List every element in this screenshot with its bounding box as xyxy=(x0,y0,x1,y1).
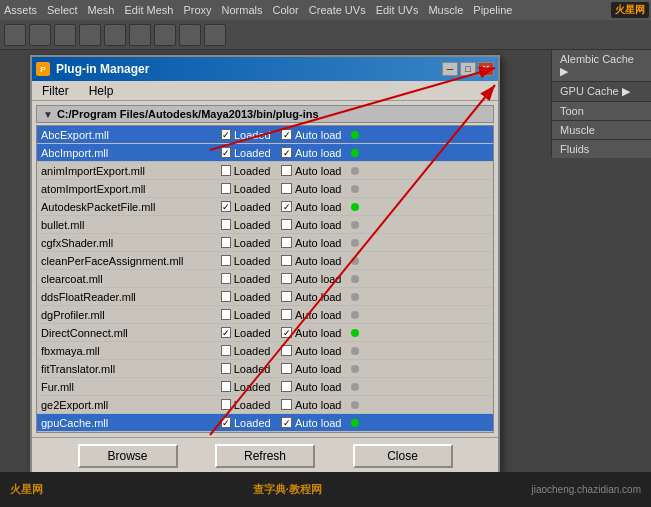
auto-load-checkbox[interactable] xyxy=(281,219,292,230)
menu-mesh[interactable]: Mesh xyxy=(88,4,115,16)
toolbar-btn-1[interactable] xyxy=(4,24,26,46)
menu-muscle[interactable]: Muscle xyxy=(428,4,463,16)
auto-load-cell: Auto load xyxy=(281,417,351,429)
dialog-titlebar: P Plug-in Manager ─ □ ✕ xyxy=(32,57,498,81)
menu-edit-uvs[interactable]: Edit UVs xyxy=(376,4,419,16)
auto-load-checkbox[interactable] xyxy=(281,417,292,428)
loaded-checkbox[interactable] xyxy=(221,255,231,266)
menu-assets[interactable]: Assets xyxy=(4,4,37,16)
refresh-button[interactable]: Refresh xyxy=(215,444,315,468)
loaded-checkbox[interactable] xyxy=(221,273,231,284)
maximize-button[interactable]: □ xyxy=(460,62,476,76)
plugin-name: AbcImport.mll xyxy=(41,147,221,159)
toolbar-btn-4[interactable] xyxy=(79,24,101,46)
auto-load-checkbox[interactable] xyxy=(281,147,292,158)
plugin-row[interactable]: bullet.mllLoadedAuto load xyxy=(37,216,493,234)
toolbar-btn-9[interactable] xyxy=(204,24,226,46)
toolbar-btn-7[interactable] xyxy=(154,24,176,46)
toolbar-btn-5[interactable] xyxy=(104,24,126,46)
menu-select[interactable]: Select xyxy=(47,4,78,16)
close-button[interactable]: Close xyxy=(353,444,453,468)
loaded-checkbox[interactable] xyxy=(221,399,231,410)
status-dot xyxy=(351,275,359,283)
toolbar-btn-2[interactable] xyxy=(29,24,51,46)
menu-color[interactable]: Color xyxy=(273,4,299,16)
side-item-alembic[interactable]: Alembic Cache ▶ xyxy=(552,50,651,82)
plugin-row[interactable]: AbcImport.mllLoadedAuto load xyxy=(37,144,493,162)
plugin-row[interactable]: AutodeskPacketFile.mllLoadedAuto load xyxy=(37,198,493,216)
menu-edit-mesh[interactable]: Edit Mesh xyxy=(125,4,174,16)
dialog-menubar: Filter Help xyxy=(32,81,498,101)
plugin-row[interactable]: cgfxShader.mllLoadedAuto load xyxy=(37,234,493,252)
status-dot xyxy=(351,419,359,427)
menu-create-uvs[interactable]: Create UVs xyxy=(309,4,366,16)
loaded-checkbox[interactable] xyxy=(221,147,231,158)
loaded-checkbox[interactable] xyxy=(221,363,231,374)
browse-button[interactable]: Browse xyxy=(78,444,178,468)
auto-load-checkbox[interactable] xyxy=(281,183,292,194)
loaded-checkbox[interactable] xyxy=(221,237,231,248)
menu-pipeline[interactable]: Pipeline xyxy=(473,4,512,16)
plugin-row[interactable]: atomImportExport.mllLoadedAuto load xyxy=(37,180,493,198)
loaded-checkbox[interactable] xyxy=(221,309,231,320)
loaded-checkbox[interactable] xyxy=(221,201,231,212)
plugin-row[interactable]: clearcoat.mllLoadedAuto load xyxy=(37,270,493,288)
auto-load-checkbox[interactable] xyxy=(281,381,292,392)
plugin-row[interactable]: dgProfiler.mllLoadedAuto load xyxy=(37,306,493,324)
close-window-button[interactable]: ✕ xyxy=(478,62,494,76)
plugin-row[interactable]: hlslShader.mllLoadedAuto load xyxy=(37,432,493,433)
loaded-checkbox[interactable] xyxy=(221,291,231,302)
auto-load-checkbox[interactable] xyxy=(281,345,292,356)
loaded-checkbox[interactable] xyxy=(221,381,231,392)
side-item-toon[interactable]: Toon xyxy=(552,102,651,121)
plugin-list[interactable]: AbcExport.mllLoadedAuto loadAbcImport.ml… xyxy=(36,125,494,433)
plugin-row[interactable]: ge2Export.mllLoadedAuto load xyxy=(37,396,493,414)
auto-load-checkbox[interactable] xyxy=(281,309,292,320)
auto-load-checkbox[interactable] xyxy=(281,255,292,266)
loaded-checkbox[interactable] xyxy=(221,327,231,338)
auto-load-checkbox[interactable] xyxy=(281,399,292,410)
plugin-row[interactable]: DirectConnect.mllLoadedAuto load xyxy=(37,324,493,342)
loaded-checkbox[interactable] xyxy=(221,165,231,176)
auto-load-checkbox[interactable] xyxy=(281,327,292,338)
minimize-button[interactable]: ─ xyxy=(442,62,458,76)
status-dot xyxy=(351,167,359,175)
auto-load-checkbox[interactable] xyxy=(281,273,292,284)
plugin-row[interactable]: cleanPerFaceAssignment.mllLoadedAuto loa… xyxy=(37,252,493,270)
auto-load-checkbox[interactable] xyxy=(281,165,292,176)
auto-load-label: Auto load xyxy=(295,363,350,375)
loaded-checkbox[interactable] xyxy=(221,183,231,194)
menu-normals[interactable]: Normals xyxy=(222,4,263,16)
toolbar-btn-6[interactable] xyxy=(129,24,151,46)
dialog-menu-help[interactable]: Help xyxy=(85,84,118,98)
loaded-checkbox[interactable] xyxy=(221,417,231,428)
side-item-fluids[interactable]: Fluids xyxy=(552,140,651,158)
side-item-gpu[interactable]: GPU Cache ▶ xyxy=(552,82,651,102)
plugin-row[interactable]: ddsFloatReader.mllLoadedAuto load xyxy=(37,288,493,306)
status-dot xyxy=(351,329,359,337)
loaded-checkbox[interactable] xyxy=(221,345,231,356)
menu-proxy[interactable]: Proxy xyxy=(183,4,211,16)
plugin-row[interactable]: gpuCache.mllLoadedAuto load xyxy=(37,414,493,432)
auto-load-label: Auto load xyxy=(295,345,350,357)
auto-load-checkbox[interactable] xyxy=(281,237,292,248)
auto-load-checkbox[interactable] xyxy=(281,129,292,140)
auto-load-checkbox[interactable] xyxy=(281,291,292,302)
loaded-checkbox[interactable] xyxy=(221,219,231,230)
auto-load-checkbox[interactable] xyxy=(281,363,292,374)
loaded-checkbox[interactable] xyxy=(221,129,231,140)
loaded-check-cell: Loaded xyxy=(221,417,281,429)
plugin-row[interactable]: AbcExport.mllLoadedAuto load xyxy=(37,126,493,144)
side-item-muscle[interactable]: Muscle xyxy=(552,121,651,140)
plugin-row[interactable]: Fur.mllLoadedAuto load xyxy=(37,378,493,396)
plugin-row[interactable]: fbxmaya.mllLoadedAuto load xyxy=(37,342,493,360)
toolbar-btn-3[interactable] xyxy=(54,24,76,46)
toolbar-btn-8[interactable] xyxy=(179,24,201,46)
dialog-menu-filter[interactable]: Filter xyxy=(38,84,73,98)
auto-load-checkbox[interactable] xyxy=(281,201,292,212)
loaded-label: Loaded xyxy=(234,273,281,285)
loaded-label: Loaded xyxy=(234,363,281,375)
plugin-row[interactable]: fitTranslator.mllLoadedAuto load xyxy=(37,360,493,378)
collapse-arrow-icon[interactable]: ▼ xyxy=(43,109,53,120)
plugin-row[interactable]: animImportExport.mllLoadedAuto load xyxy=(37,162,493,180)
